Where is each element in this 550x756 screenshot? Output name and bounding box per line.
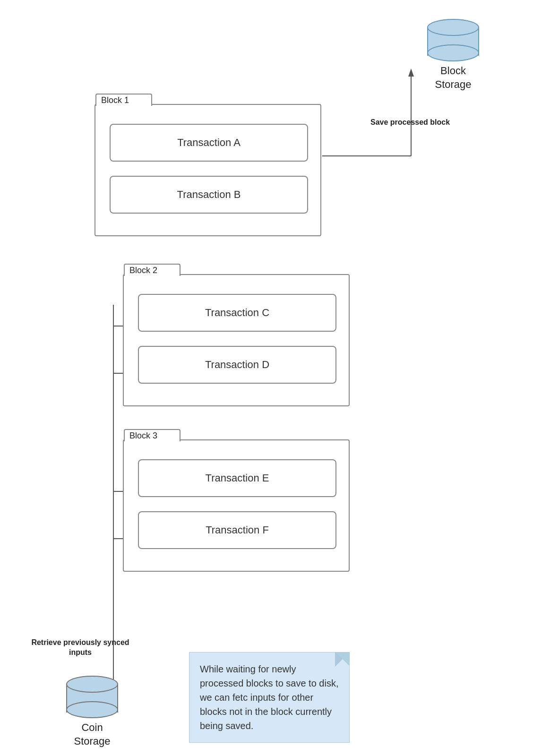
transaction-e-box: Transaction E [138,459,336,497]
block3-folder: Block 3 Transaction E Transaction F [123,439,350,572]
block3-tab: Block 3 [124,429,180,441]
block-storage-cylinder [427,19,479,61]
save-processed-label: Save processed block [370,118,465,127]
note-box: While waiting for newly processed blocks… [189,652,350,743]
retrieve-label: Retrieve previously synced inputs [28,638,132,658]
coin-storage: Coin Storage [66,676,118,748]
block-storage-label: Block Storage [435,64,471,91]
block2-folder: Block 2 Transaction C Transaction D [123,274,350,406]
transaction-b-box: Transaction B [110,176,308,214]
transaction-d-box: Transaction D [138,346,336,384]
transaction-f-box: Transaction F [138,511,336,549]
coin-storage-label: Coin Storage [74,721,110,748]
diagram-container: Block Storage Save processed block Block… [0,0,550,756]
block2-tab: Block 2 [124,264,180,276]
transaction-a-box: Transaction A [110,124,308,162]
block1-folder: Block 1 Transaction A Transaction B [95,104,321,236]
svg-marker-2 [408,69,414,77]
block1-tab: Block 1 [95,94,152,106]
transaction-c-box: Transaction C [138,294,336,332]
block-storage: Block Storage [427,19,479,91]
